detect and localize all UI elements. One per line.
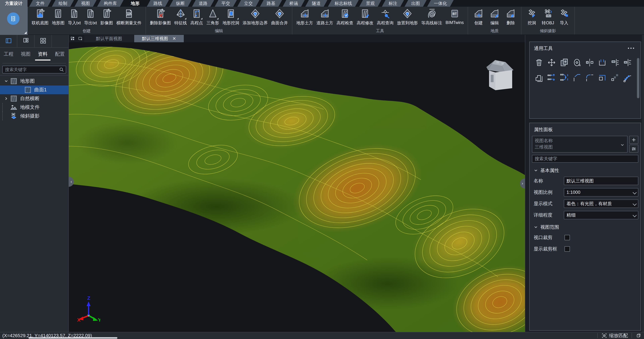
tool-stretch-up-button[interactable] xyxy=(546,72,558,83)
menu-tab-纵断[interactable]: 纵断 xyxy=(170,0,192,7)
sidebar-tab-视图[interactable]: 视图 xyxy=(17,51,34,58)
ribbon-place-on-terrain-button[interactable]: 放置到地形 xyxy=(395,8,420,26)
view-cube-button[interactable] xyxy=(636,333,644,338)
tree-item-倾斜摄影[interactable]: 倾斜摄影 xyxy=(0,112,68,120)
close-icon[interactable]: ✕ xyxy=(172,36,176,41)
menu-tab-平交[interactable]: 平交 xyxy=(215,0,237,7)
view-layout-icon[interactable] xyxy=(69,35,76,42)
ribbon-oblique-hole-button[interactable]: 挖洞 xyxy=(524,8,540,26)
zoom-fit-button[interactable]: 缩放匹配 xyxy=(602,332,628,339)
tree-item-曲面1[interactable]: 曲面1 xyxy=(0,86,68,94)
tool-align-button[interactable] xyxy=(608,58,621,68)
menu-tab-绘制[interactable]: 绘制 xyxy=(52,0,74,7)
ribbon-terrain-hole-button[interactable]: 地形挖洞 xyxy=(221,8,241,26)
view-name-dropdown[interactable]: 视图名称 三维视图 xyxy=(532,136,628,152)
menu-tab-路基[interactable]: 路基 xyxy=(260,0,282,7)
layout-grid-button[interactable] xyxy=(39,37,47,45)
show-clip-box-checkbox[interactable] xyxy=(564,246,570,252)
app-home-button[interactable]: 方案设计 xyxy=(0,0,28,7)
tool-distribute-button[interactable] xyxy=(621,58,634,68)
name-input[interactable]: 默认三维视图 xyxy=(564,177,638,185)
ribbon-terrain-map-button[interactable]: 地形图 xyxy=(50,8,66,26)
ribbon-import-txt-button[interactable]: 导入txt xyxy=(66,8,82,26)
tool-move-button[interactable] xyxy=(546,58,558,68)
tool-scale-button[interactable] xyxy=(596,72,609,83)
ribbon-bimtwins-button[interactable]: BTBIMTwins xyxy=(444,8,466,26)
view-tab-默认三维视图[interactable]: 默认三维视图✕ xyxy=(134,35,184,42)
tree-item-地模文件[interactable]: 地模文件 xyxy=(0,103,68,112)
ribbon-oblique-import-button[interactable]: 导入 xyxy=(556,8,572,26)
menu-tab-地形[interactable]: 地形 xyxy=(124,0,146,7)
display-mode-select[interactable]: 着色：有光照，有材质 xyxy=(564,200,638,208)
sidebar-tab-工程[interactable]: 工程 xyxy=(0,51,17,58)
tool-offset-button[interactable] xyxy=(533,72,546,83)
ribbon-merge-surface-button[interactable]: 曲面合并 xyxy=(270,8,290,26)
tree-item-地形图[interactable]: 地形图 xyxy=(0,77,68,86)
menu-tab-标志标线[interactable]: 标志标线 xyxy=(328,0,359,7)
tool-spline-button[interactable] xyxy=(621,72,634,83)
sidebar-search-input[interactable] xyxy=(2,66,66,74)
ribbon-geology-edit-button[interactable]: 编辑 xyxy=(486,8,502,26)
menu-tab-文件[interactable]: 文件 xyxy=(29,0,51,7)
section-basic-properties[interactable]: 基本属性 xyxy=(534,167,641,174)
tool-chamfer-button[interactable] xyxy=(571,72,584,83)
ribbon-export-txt-button[interactable]: 导出txt xyxy=(82,8,98,26)
menu-tab-标注[interactable]: 标注 xyxy=(382,0,404,7)
tool-trim-button[interactable] xyxy=(596,58,609,68)
menu-tab-桥涵[interactable]: 桥涵 xyxy=(282,0,305,7)
view-scale-select[interactable]: 1:1000 xyxy=(564,188,638,196)
menu-tab-立交[interactable]: 立交 xyxy=(237,0,260,7)
ribbon-geology-delete-button[interactable]: 删除 xyxy=(502,8,519,26)
tool-copy-button[interactable] xyxy=(558,58,571,68)
tools-scrollbar[interactable] xyxy=(637,58,639,98)
menu-tab-出图[interactable]: 出图 xyxy=(404,0,427,7)
expander-down-icon[interactable] xyxy=(2,79,10,83)
viewport[interactable]: 默认平面视图默认三维视图✕ xyxy=(69,35,525,332)
ribbon-satellite-basemap-button[interactable]: 联机底图 xyxy=(30,8,50,26)
viewport-clip-checkbox[interactable] xyxy=(564,235,570,240)
ribbon-to-obj-button[interactable]: OBJ转OBJ xyxy=(540,8,556,26)
layout-mosaic-button[interactable] xyxy=(22,37,30,45)
sidebar-tab-资料[interactable]: 资料 xyxy=(34,51,51,58)
tool-delete-button[interactable] xyxy=(533,58,546,68)
properties-search-input[interactable] xyxy=(532,155,638,163)
ribbon-add-terrain-boundary-button[interactable]: 添加地形边界 xyxy=(241,8,270,26)
ribbon-elevation-edit-button[interactable]: 高程修改 xyxy=(355,8,375,26)
filter-settings-button[interactable] xyxy=(629,145,638,152)
ribbon-road-earthwork-button[interactable]: 道路土方 xyxy=(315,8,335,26)
sidebar-tab-配置[interactable]: 配置 xyxy=(51,51,68,58)
ribbon-elevation-point-button[interactable]: 高程点 xyxy=(189,8,205,26)
ribbon-elevation-query-button[interactable]: 高程查询 xyxy=(375,8,395,26)
terrain-3d-canvas[interactable] xyxy=(69,42,525,332)
menu-tab-视图[interactable]: 视图 xyxy=(74,0,96,7)
view-tab-默认平面视图[interactable]: 默认平面视图 xyxy=(84,35,134,42)
menu-tab-隧道[interactable]: 隧道 xyxy=(305,0,327,7)
more-options-icon[interactable] xyxy=(628,48,636,49)
menu-tab-构件库[interactable]: 构件库 xyxy=(97,0,124,7)
tool-rotate-button[interactable] xyxy=(571,58,584,68)
ribbon-feature-line-button[interactable]: 特征线 xyxy=(172,8,189,26)
expander-right-icon[interactable] xyxy=(2,96,10,101)
tool-stretch-down-button[interactable] xyxy=(558,72,571,83)
ribbon-image-map-button[interactable]: 影像图 xyxy=(98,8,115,26)
tool-array-button[interactable] xyxy=(608,72,621,83)
menu-tab-道路[interactable]: 道路 xyxy=(192,0,214,7)
add-view-button[interactable] xyxy=(629,136,638,144)
new-view-icon[interactable] xyxy=(76,35,84,42)
ribbon-contour-annotate-button[interactable]: 等高线标注 xyxy=(420,8,444,26)
menu-tab-路线[interactable]: 路线 xyxy=(147,0,169,7)
tool-fillet-button[interactable] xyxy=(583,72,596,83)
tree-item-自然横断[interactable]: 自然横断 xyxy=(0,94,68,103)
menu-tab-景观[interactable]: 景观 xyxy=(359,0,381,7)
app-logo-block[interactable] xyxy=(0,7,28,35)
ribbon-terrain-earthwork-button[interactable]: 地形土方 xyxy=(295,8,315,26)
layout-single-button[interactable] xyxy=(5,37,12,45)
menu-tab-一体化[interactable]: 一体化 xyxy=(427,0,454,7)
status-scrollbar[interactable] xyxy=(28,337,118,339)
ribbon-triangle-button[interactable]: 三角形 xyxy=(205,8,221,26)
section-view-range[interactable]: 视图范围 xyxy=(534,224,641,230)
ribbon-geology-create-button[interactable]: 创建 xyxy=(470,8,486,26)
detail-level-select[interactable]: 精细 xyxy=(564,211,638,219)
tool-mirror-button[interactable] xyxy=(583,58,596,68)
ribbon-delete-image-button[interactable]: 删除影像图 xyxy=(148,8,172,26)
